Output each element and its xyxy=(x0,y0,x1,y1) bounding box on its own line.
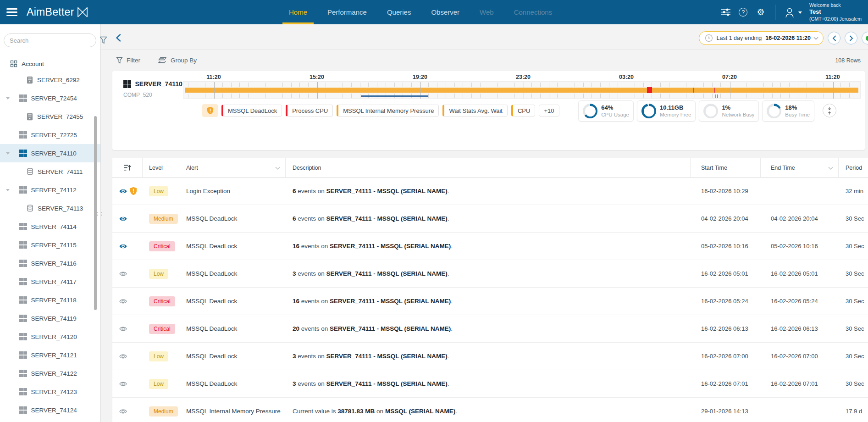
sidebar-item-server_72725[interactable]: SERVER_72725 xyxy=(0,126,100,144)
sidebar-item-server_74115[interactable]: SERVER_74115 xyxy=(0,236,100,254)
sidebar-item-server_74117[interactable]: SERVER_74117 xyxy=(0,272,100,291)
minor-tick xyxy=(428,83,429,87)
nav-item-web[interactable]: Web xyxy=(476,0,498,24)
column-header-end-time[interactable]: End Time xyxy=(761,158,839,177)
chevron-down-icon[interactable] xyxy=(6,152,10,155)
chevron-down-icon[interactable] xyxy=(276,165,280,169)
eye-visible-icon[interactable] xyxy=(119,242,127,250)
sidebar-item-server_74121[interactable]: SERVER_74121 xyxy=(0,346,100,364)
alert-name: MSSQL DeadLock xyxy=(180,270,286,277)
nav-item-connections[interactable]: Connections xyxy=(510,0,556,24)
nav-item-queries[interactable]: Queries xyxy=(383,0,415,24)
minor-tick xyxy=(506,83,506,87)
alert-tag--10[interactable]: +10 xyxy=(539,105,559,117)
filter-funnel-icon[interactable] xyxy=(100,36,107,44)
incident-line-marker xyxy=(714,88,715,93)
sidebar-item-server_72455[interactable]: SERVER_72455 xyxy=(0,107,100,126)
table-row[interactable]: Medium MSSQL DeadLock 6 events on SERVER… xyxy=(112,205,868,233)
sidebar-item-server_6292[interactable]: SERVER_6292 xyxy=(0,71,100,89)
eye-visible-icon[interactable] xyxy=(119,187,127,195)
eye-hidden-icon[interactable] xyxy=(119,325,127,333)
nav-item-home[interactable]: Home xyxy=(285,0,311,24)
table-row[interactable]: Low MSSQL DeadLock 3 events on SERVER_74… xyxy=(112,260,868,288)
major-tick xyxy=(627,82,627,99)
table-row[interactable]: Critical MSSQL DeadLock 20 events on SER… xyxy=(112,315,868,343)
eye-hidden-icon[interactable] xyxy=(119,380,127,388)
windows-icon xyxy=(19,351,27,359)
tune-sliders-icon[interactable] xyxy=(721,7,731,17)
sidebar-item-account[interactable]: Account xyxy=(0,57,100,71)
windows-icon xyxy=(19,150,27,157)
level-badge: Low xyxy=(149,351,168,361)
minor-tick xyxy=(299,94,300,98)
filter-button[interactable]: Filter xyxy=(116,57,140,64)
collapse-panel-button[interactable] xyxy=(823,104,836,117)
prev-period-button[interactable] xyxy=(828,32,840,44)
chevron-down-icon[interactable] xyxy=(829,165,833,169)
column-header-period[interactable]: Period xyxy=(839,158,868,177)
sidebar-item-server_74111[interactable]: SERVER_74111 xyxy=(0,162,100,181)
gear-icon[interactable]: ⚙ xyxy=(756,7,766,17)
sidebar-item-server_74122[interactable]: SERVER_74122 xyxy=(0,364,100,383)
sidebar-item-server_74113[interactable]: SERVER_74113 xyxy=(0,199,100,217)
eye-hidden-icon[interactable] xyxy=(119,407,127,416)
minor-tick xyxy=(772,83,773,87)
eye-hidden-icon[interactable] xyxy=(119,352,127,361)
chevron-down-icon[interactable] xyxy=(6,189,10,191)
next-period-button[interactable] xyxy=(845,32,857,44)
eye-hidden-icon[interactable] xyxy=(119,270,127,278)
search-input[interactable] xyxy=(4,33,96,47)
critical-incident-marker[interactable] xyxy=(647,87,652,93)
nav-item-performance[interactable]: Performance xyxy=(324,0,370,24)
table-row[interactable]: Low MSSQL DeadLock 3 events on SERVER_74… xyxy=(112,343,868,370)
alert-description: Current value is 38781.83 MB on MSSQL (S… xyxy=(286,408,691,415)
sidebar-item-server_74119[interactable]: SERVER_74119 xyxy=(0,309,100,328)
eye-hidden-icon[interactable] xyxy=(119,297,127,305)
alert-tag-mssql-internal-memory-pressure[interactable]: MSSQL Internal Memory Pressure xyxy=(337,105,439,117)
alert-tag-mssql-deadlock[interactable]: MSSQL DeadLock xyxy=(221,105,282,117)
table-row[interactable]: Low MSSQL DeadLock 3 events on SERVER_74… xyxy=(112,370,868,398)
back-arrow-icon[interactable] xyxy=(116,34,121,42)
sidebar-item-server_74110[interactable]: SERVER_74110 xyxy=(0,144,100,162)
time-label: 03:20 xyxy=(619,74,634,80)
column-header-level[interactable]: Level xyxy=(143,158,180,177)
alert-tag-cpu[interactable]: CPU xyxy=(511,105,535,117)
table-row[interactable]: Critical MSSQL DeadLock 16 events on SER… xyxy=(112,233,868,260)
column-header-alert[interactable]: Alert xyxy=(180,158,286,177)
sidebar-item-server_74118[interactable]: SERVER_74118 xyxy=(0,291,100,309)
nav-item-observer[interactable]: Observer xyxy=(427,0,463,24)
column-header-description[interactable]: Description xyxy=(286,158,691,177)
hamburger-menu-icon[interactable] xyxy=(6,8,17,16)
timeline-cursor-marker[interactable] xyxy=(715,94,718,98)
sidebar-item-server_74120[interactable]: SERVER_74120 xyxy=(0,328,100,346)
eye-visible-icon[interactable] xyxy=(119,215,127,223)
table-row[interactable]: Low Login Exception 6 events on SERVER_7… xyxy=(112,178,868,205)
column-header-start-time[interactable]: Start Time xyxy=(691,158,761,177)
minor-tick xyxy=(738,83,738,87)
alert-tags-row: MSSQL DeadLockProcess CPUMSSQL Internal … xyxy=(202,104,559,117)
sidebar-item-server_74123[interactable]: SERVER_74123 xyxy=(0,383,100,401)
group-by-button[interactable]: Group By xyxy=(158,57,197,64)
timeline-selection-bar[interactable] xyxy=(361,95,428,97)
chevron-down-icon[interactable] xyxy=(6,97,10,100)
timeline-company-name: COMP_520 xyxy=(123,92,182,98)
start-time: 29-01-2026 14:13 xyxy=(691,408,761,415)
date-range-picker[interactable]: Last 1 day ending 16-02-2026 11:20 xyxy=(699,31,824,45)
sidebar-item-server_74116[interactable]: SERVER_74116 xyxy=(0,254,100,272)
sidebar-item-server_74124[interactable]: SERVER_74124 xyxy=(0,401,100,419)
table-row[interactable]: Medium MSSQL Internal Memory Pressure Cu… xyxy=(112,398,868,422)
alert-tag-process-cpu[interactable]: Process CPU xyxy=(286,105,333,117)
timeline-strip[interactable] xyxy=(183,81,861,99)
user-menu[interactable] xyxy=(785,7,802,18)
sidebar-resize-grip[interactable]: ⋮⋮ xyxy=(95,211,103,217)
alert-tag-wait-stats-avg-wait[interactable]: Wait Stats Avg. Wait xyxy=(442,105,508,117)
sidebar-item-server_72454[interactable]: SERVER_72454 xyxy=(0,89,100,107)
sidebar-item-server_74112[interactable]: SERVER_74112 xyxy=(0,181,100,199)
minor-tick xyxy=(437,83,437,87)
alerts-shield-chip[interactable] xyxy=(202,104,218,117)
table-row[interactable]: Critical MSSQL DeadLock 16 events on SER… xyxy=(112,288,868,315)
sidebar-item-server_74114[interactable]: SERVER_74114 xyxy=(0,217,100,236)
help-icon[interactable]: ? xyxy=(738,7,748,17)
live-record-button[interactable] xyxy=(862,32,868,44)
sort-column-header[interactable] xyxy=(112,158,143,177)
